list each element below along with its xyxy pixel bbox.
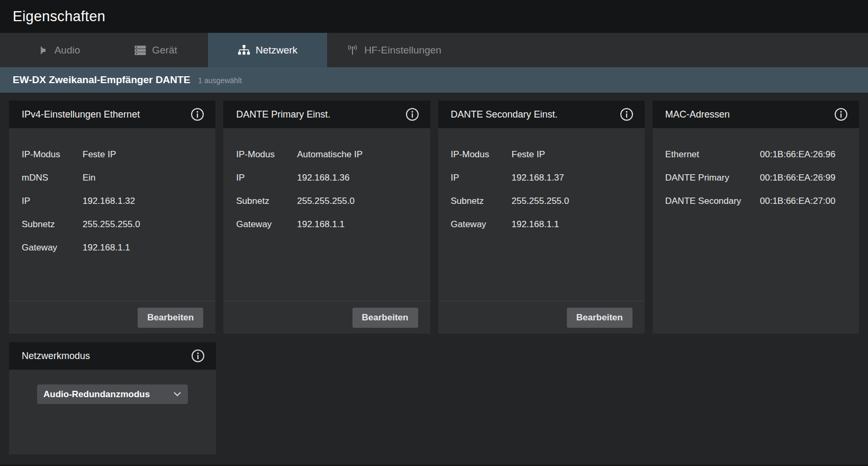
main-content: IPv4-Einstellungen Ethernet IP-Modus Fes… [0,93,868,454]
property-value: 192.168.1.1 [83,243,130,253]
card-footer: Bearbeiten [223,301,430,334]
property-row: IP 192.168.1.36 [236,166,417,190]
card-header: IPv4-Einstellungen Ethernet [9,101,215,128]
edit-button[interactable]: Bearbeiten [567,308,632,328]
property-value: 255.255.255.0 [512,196,569,207]
info-icon[interactable] [405,107,419,121]
tab-hf-einstellungen[interactable]: HF-Einstellungen [327,33,460,67]
property-label: DANTE Secondary [665,196,760,207]
card-title: DANTE Primary Einst. [236,109,405,120]
property-row: IP 192.168.1.32 [22,190,203,213]
property-value: 192.168.1.36 [297,173,349,183]
property-label: IP [236,173,297,183]
card-dante-primary: DANTE Primary Einst. IP-Modus Automatisc… [223,101,430,334]
card-body: IP-Modus Automatische IP IP 192.168.1.36… [223,128,430,301]
device-stack-icon [134,44,147,57]
property-row: DANTE Primary 00:1B:66:EA:26:99 [665,166,846,190]
antenna-icon [346,44,359,57]
info-icon[interactable] [834,107,848,121]
property-row: IP-Modus Feste IP [451,143,632,166]
property-value: 192.168.1.1 [512,219,559,230]
property-label: Gateway [236,219,297,230]
property-row: Gateway 192.168.1.1 [22,236,203,259]
property-value: 192.168.1.37 [512,173,564,183]
property-value: 00:1B:66:EA:26:99 [760,173,836,183]
card-ipv4-ethernet: IPv4-Einstellungen Ethernet IP-Modus Fes… [9,101,215,334]
card-header: Netzwerkmodus [9,342,216,370]
cards-row: IPv4-Einstellungen Ethernet IP-Modus Fes… [9,101,859,334]
tab-label: Netzwerk [256,44,297,56]
device-type-title: EW-DX Zweikanal-Empfänger DANTE [13,74,190,86]
property-row: Gateway 192.168.1.1 [451,213,632,236]
property-value: Automatische IP [297,149,363,160]
network-mode-selected-option: Audio-Redundanzmodus [43,389,174,400]
property-label: IP-Modus [451,149,512,160]
property-label: Subnetz [236,196,297,207]
property-label: Ethernet [665,149,760,160]
card-body: IP-Modus Feste IP mDNS Ein IP 192.168.1.… [9,128,215,301]
tab-netzwerk[interactable]: Netzwerk [208,33,327,67]
card-body: Audio-Redundanzmodus [9,370,216,454]
property-label: IP-Modus [22,149,83,160]
property-row: Subnetz 255.255.255.0 [451,190,632,213]
property-row: mDNS Ein [22,166,203,190]
card-mac-adressen: MAC-Adressen Ethernet 00:1B:66:EA:26:96 … [653,101,859,334]
property-value: 00:1B:66:EA:27:00 [760,196,836,207]
card-header: DANTE Primary Einst. [223,101,430,128]
property-row: IP-Modus Automatische IP [236,143,417,166]
selection-count: 1 ausgewählt [198,76,242,85]
property-value: 00:1B:66:EA:26:96 [760,149,836,160]
info-icon[interactable] [191,349,205,363]
property-label: IP [451,173,512,183]
property-value: 255.255.255.0 [83,219,140,230]
chevron-down-icon [174,392,181,397]
tab-label: Gerät [152,44,177,56]
card-footer: Bearbeiten [9,301,215,334]
card-title: MAC-Adressen [665,109,834,120]
card-dante-secondary: DANTE Secondary Einst. IP-Modus Feste IP… [438,101,645,334]
card-netzwerkmodus: Netzwerkmodus Audio-Redundanzmodus [9,342,216,454]
tab-label: HF-Einstellungen [364,44,441,56]
card-header: DANTE Secondary Einst. [438,101,645,128]
edit-button[interactable]: Bearbeiten [138,308,203,328]
property-value: 192.168.1.32 [83,196,135,207]
tab-geraet[interactable]: Gerät [103,33,208,67]
speaker-icon [37,44,49,57]
property-label: Gateway [22,243,83,253]
card-title: DANTE Secondary Einst. [451,109,620,120]
device-type-bar: EW-DX Zweikanal-Empfänger DANTE 1 ausgew… [0,67,868,93]
tab-bar: Audio Gerät [0,33,868,67]
property-value: Ein [83,173,96,183]
property-row: IP-Modus Feste IP [22,143,203,166]
card-body: IP-Modus Feste IP IP 192.168.1.37 Subnet… [438,128,645,301]
card-footer: Bearbeiten [438,301,645,334]
property-label: mDNS [22,173,83,183]
edit-button[interactable]: Bearbeiten [352,308,418,328]
info-icon[interactable] [620,107,634,121]
property-label: Subnetz [22,219,83,230]
title-bar: Eigenschaften [0,0,868,33]
network-mode-select[interactable]: Audio-Redundanzmodus [37,384,188,404]
property-row: Gateway 192.168.1.1 [236,213,417,236]
tab-label: Audio [55,44,80,56]
property-value: 255.255.255.0 [297,196,355,207]
property-value: Feste IP [83,149,116,160]
property-value: 192.168.1.1 [297,219,345,230]
property-label: IP [22,196,83,207]
property-row: IP 192.168.1.37 [451,166,632,190]
tab-audio[interactable]: Audio [13,33,103,67]
property-label: Gateway [451,219,512,230]
property-value: Feste IP [512,149,545,160]
property-label: IP-Modus [236,149,297,160]
info-icon[interactable] [191,107,204,121]
card-body: Ethernet 00:1B:66:EA:26:96 DANTE Primary… [653,128,859,334]
card-header: MAC-Adressen [653,101,859,128]
network-tree-icon [238,44,250,57]
second-cards-row: Netzwerkmodus Audio-Redundanzmodus [9,342,859,454]
property-label: Subnetz [451,196,512,207]
card-title: IPv4-Einstellungen Ethernet [22,109,191,120]
property-row: Subnetz 255.255.255.0 [236,190,417,213]
page-title: Eigenschaften [13,8,105,25]
property-row: DANTE Secondary 00:1B:66:EA:27:00 [665,190,846,213]
card-title: Netzwerkmodus [22,351,191,362]
